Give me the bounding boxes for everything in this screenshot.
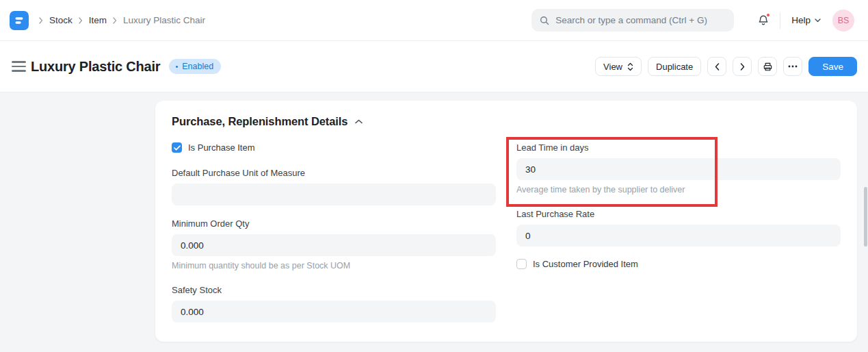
duplicate-button[interactable]: Duplicate bbox=[648, 57, 701, 76]
form-column-right: Lead Time in days Average time taken by … bbox=[516, 142, 841, 323]
sort-chevrons-icon bbox=[627, 62, 633, 71]
field-minimum-order-qty: Minimum Order Qty Minimum quantity shoul… bbox=[172, 218, 496, 271]
chevron-up-icon bbox=[355, 119, 363, 124]
menu-button[interactable] bbox=[783, 57, 802, 76]
next-record-button[interactable] bbox=[733, 57, 752, 76]
search-input[interactable] bbox=[555, 15, 726, 25]
help-label: Help bbox=[791, 15, 811, 25]
user-avatar[interactable]: BS bbox=[832, 10, 854, 32]
is-purchase-item-checkbox[interactable]: Is Purchase Item bbox=[172, 142, 496, 153]
checkbox-checked-icon bbox=[172, 142, 182, 153]
is-customer-provided-item-checkbox[interactable]: Is Customer Provided Item bbox=[516, 259, 841, 269]
minimum-order-qty-input[interactable] bbox=[172, 234, 496, 256]
status-dot-icon: • bbox=[175, 63, 178, 71]
global-search[interactable] bbox=[531, 9, 734, 32]
page-title: Luxury Plastic Chair bbox=[31, 59, 160, 75]
form-column-left: Is Purchase Item Default Purchase Unit o… bbox=[172, 142, 496, 323]
vertical-scrollbar-thumb[interactable] bbox=[864, 187, 867, 247]
lead-time-in-days-label: Lead Time in days bbox=[516, 142, 841, 153]
field-safety-stock: Safety Stock bbox=[172, 285, 496, 323]
view-button[interactable]: View bbox=[595, 57, 642, 76]
erpnext-logo-glyph bbox=[14, 15, 25, 26]
navbar-divider bbox=[780, 12, 780, 29]
is-customer-provided-item-label: Is Customer Provided Item bbox=[533, 259, 638, 269]
breadcrumb-item-item[interactable]: Item bbox=[89, 15, 107, 25]
ellipsis-icon bbox=[788, 65, 798, 68]
chevron-right-icon bbox=[39, 17, 43, 24]
breadcrumb-item-stock[interactable]: Stock bbox=[49, 15, 73, 25]
checkbox-unchecked-icon bbox=[516, 259, 527, 269]
chevron-right-icon bbox=[113, 17, 117, 24]
field-lead-time-in-days: Lead Time in days Average time taken by … bbox=[516, 142, 841, 194]
duplicate-button-label: Duplicate bbox=[656, 62, 693, 72]
default-purchase-uom-label: Default Purchase Unit of Measure bbox=[172, 168, 496, 178]
section-header-purchase-details[interactable]: Purchase, Replenishment Details bbox=[172, 115, 841, 128]
notifications-button[interactable] bbox=[756, 13, 771, 28]
lead-time-in-days-input[interactable] bbox=[516, 158, 841, 180]
page-content: Purchase, Replenishment Details Is Purch… bbox=[0, 92, 868, 352]
form-columns: Is Purchase Item Default Purchase Unit o… bbox=[172, 142, 841, 323]
safety-stock-input[interactable] bbox=[172, 301, 496, 323]
default-purchase-uom-input[interactable] bbox=[172, 184, 496, 205]
notification-dot bbox=[766, 13, 770, 17]
save-button[interactable]: Save bbox=[808, 57, 857, 76]
view-button-label: View bbox=[603, 62, 622, 72]
app-logo-icon[interactable] bbox=[10, 11, 29, 30]
last-purchase-rate-input[interactable] bbox=[516, 225, 841, 247]
minimum-order-qty-label: Minimum Order Qty bbox=[172, 218, 496, 229]
chevron-down-icon bbox=[815, 18, 821, 23]
is-purchase-item-label: Is Purchase Item bbox=[188, 142, 255, 153]
chevron-right-icon bbox=[740, 63, 745, 71]
section-title: Purchase, Replenishment Details bbox=[172, 115, 347, 128]
page-header: Luxury Plastic Chair • Enabled View Dupl… bbox=[0, 41, 868, 92]
save-button-label: Save bbox=[822, 62, 843, 72]
lead-time-in-days-help: Average time taken by the supplier to de… bbox=[516, 185, 841, 194]
field-default-purchase-uom: Default Purchase Unit of Measure bbox=[172, 168, 496, 205]
safety-stock-label: Safety Stock bbox=[172, 285, 496, 295]
sidebar-toggle-icon[interactable] bbox=[12, 59, 26, 74]
chevron-left-icon bbox=[715, 63, 720, 71]
status-badge-label: Enabled bbox=[182, 62, 213, 71]
last-purchase-rate-label: Last Purchase Rate bbox=[516, 209, 841, 219]
breadcrumb-item-current: Luxury Plastic Chair bbox=[123, 15, 205, 25]
breadcrumb: Stock Item Luxury Plastic Chair bbox=[39, 15, 205, 25]
field-last-purchase-rate: Last Purchase Rate bbox=[516, 209, 841, 247]
help-dropdown[interactable]: Help bbox=[791, 15, 821, 25]
previous-record-button[interactable] bbox=[707, 57, 726, 76]
minimum-order-qty-help: Minimum quantity should be as per Stock … bbox=[172, 261, 496, 271]
page-actions: View Duplicate Save bbox=[595, 57, 857, 76]
search-icon bbox=[540, 16, 549, 25]
status-badge: • Enabled bbox=[169, 59, 221, 74]
chevron-right-icon bbox=[79, 17, 83, 24]
print-button[interactable] bbox=[758, 57, 777, 76]
top-navbar: Stock Item Luxury Plastic Chair Help BS bbox=[0, 0, 868, 41]
form-section-card: Purchase, Replenishment Details Is Purch… bbox=[155, 101, 857, 342]
printer-icon bbox=[763, 62, 773, 72]
